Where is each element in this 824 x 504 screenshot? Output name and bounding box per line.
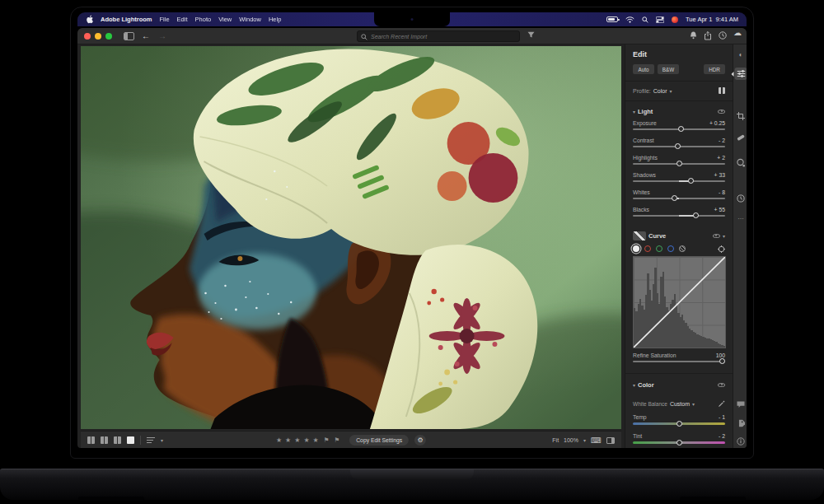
visibility-eye-icon[interactable] [718, 383, 725, 387]
keywords-tag-icon[interactable] [737, 419, 745, 427]
versions-clock-icon[interactable] [737, 194, 745, 203]
comments-icon[interactable] [737, 401, 745, 408]
wifi-icon[interactable] [625, 16, 634, 23]
menu-window[interactable]: Window [239, 16, 261, 23]
slider-thumb[interactable] [677, 440, 682, 446]
star-icon[interactable]: ★ [303, 437, 309, 444]
chevron-down-icon[interactable]: ▾ [692, 401, 695, 407]
more-options-icon[interactable]: … [737, 213, 744, 222]
info-icon[interactable] [737, 437, 745, 446]
notifications-bell-icon[interactable] [690, 31, 697, 40]
history-clock-icon[interactable] [719, 31, 727, 40]
browse-profiles-icon[interactable] [719, 87, 725, 94]
user-avatar[interactable] [672, 16, 678, 23]
presets-icon[interactable]: ◐ [739, 51, 743, 59]
copy-edit-settings-button[interactable]: Copy Edit Settings [349, 435, 409, 446]
slider-thumb[interactable] [675, 143, 681, 149]
star-icon[interactable]: ★ [313, 437, 319, 444]
chevron-down-icon[interactable]: ▾ [161, 437, 163, 443]
minimize-window-button[interactable] [95, 33, 101, 40]
slider-thumb[interactable] [688, 178, 694, 184]
menu-edit[interactable]: Edit [177, 16, 188, 23]
chevron-down-icon[interactable]: ▾ [583, 437, 586, 443]
detail-view-icon[interactable] [127, 436, 134, 444]
shadows-slider[interactable] [633, 180, 725, 182]
star-icon[interactable]: ★ [285, 437, 291, 444]
temp-slider[interactable] [633, 422, 725, 425]
zoom-fit-label[interactable]: Fit [552, 437, 559, 443]
slider-thumb[interactable] [677, 161, 682, 166]
star-icon[interactable]: ★ [294, 437, 300, 444]
menu-view[interactable]: View [218, 16, 232, 23]
slider-whites: Whites - 8 [633, 189, 725, 204]
square-grid-view-icon[interactable] [101, 436, 108, 444]
bw-button[interactable]: B&W [658, 64, 679, 74]
menu-photo[interactable]: Photo [195, 16, 212, 23]
slider-thumb[interactable] [678, 126, 684, 132]
channel-blue-dot[interactable] [667, 245, 674, 252]
zoom-window-button[interactable] [105, 33, 112, 40]
menu-file[interactable]: File [160, 16, 170, 23]
white-balance-value[interactable]: Custom [670, 401, 690, 407]
pick-flag-icon[interactable]: ⚑ [324, 436, 330, 444]
sidebar-toggle-icon[interactable] [124, 32, 134, 40]
apple-menu-icon[interactable] [86, 15, 93, 24]
edit-sliders-icon[interactable] [735, 68, 747, 80]
slider-thumb[interactable] [719, 358, 725, 364]
color-section-header[interactable]: ▾ Color [633, 380, 725, 389]
menu-bar: Adobe Lightroom File Edit Photo View Win… [77, 12, 747, 26]
tint-slider[interactable] [633, 441, 725, 444]
compare-view-icon[interactable] [114, 436, 121, 444]
masking-icon[interactable] [737, 158, 746, 167]
white-balance-row[interactable]: White Balance Custom ▾ [633, 399, 725, 408]
channel-green-dot[interactable] [656, 245, 662, 252]
forward-arrow-icon: → [158, 30, 166, 42]
grid-view-icon[interactable] [87, 436, 95, 444]
chevron-down-icon[interactable]: ▾ [723, 233, 725, 239]
active-app-name[interactable]: Adobe Lightroom [101, 16, 152, 23]
settings-gear-button[interactable]: ⚙ [414, 435, 426, 446]
targeted-adjustment-icon[interactable] [718, 245, 725, 253]
profile-value[interactable]: Color [653, 88, 667, 94]
tone-curve-chart[interactable] [633, 256, 726, 348]
close-window-button[interactable] [84, 33, 91, 40]
blacks-slider[interactable] [633, 215, 725, 217]
star-icon[interactable]: ★ [276, 437, 282, 444]
healing-icon[interactable] [737, 133, 746, 142]
visibility-eye-icon[interactable] [718, 110, 725, 114]
search-icon[interactable] [642, 16, 648, 23]
slider-thumb[interactable] [672, 195, 677, 201]
channel-parametric-dot[interactable] [679, 245, 686, 252]
back-arrow-icon[interactable]: ← [142, 30, 150, 42]
channel-red-dot[interactable] [644, 245, 651, 252]
channel-all-dot[interactable] [633, 245, 639, 252]
share-icon[interactable] [704, 31, 712, 40]
menu-bar-clock[interactable]: Tue Apr 1 9:41 AM [686, 16, 738, 23]
slider-thumb[interactable] [693, 212, 699, 218]
contrast-slider[interactable] [633, 146, 725, 147]
filter-icon[interactable] [527, 31, 535, 39]
profile-row[interactable]: Profile: Color ▾ [633, 86, 725, 96]
cloud-sync-icon[interactable]: ☁ [733, 29, 742, 37]
exposure-slider[interactable] [633, 128, 725, 130]
slider-thumb[interactable] [677, 421, 682, 427]
control-center-icon[interactable] [656, 16, 664, 23]
chevron-down-icon[interactable]: ▾ [670, 88, 672, 94]
crop-icon[interactable] [737, 112, 745, 120]
menu-help[interactable]: Help [269, 16, 281, 23]
auto-button[interactable]: Auto [633, 64, 654, 74]
reject-flag-icon[interactable]: ⚑ [334, 436, 339, 444]
panel-toggle-icon[interactable] [606, 437, 615, 444]
hdr-button[interactable]: HDR [704, 64, 725, 74]
light-section-header[interactable]: ▾ Light [633, 107, 725, 115]
zoom-level[interactable]: 100% [564, 437, 578, 443]
highlights-slider[interactable] [633, 163, 725, 165]
visibility-eye-icon[interactable] [713, 234, 720, 238]
whites-slider[interactable] [633, 198, 725, 199]
sort-icon[interactable] [147, 437, 155, 444]
keyboard-shortcuts-icon[interactable]: ⌨ [591, 436, 602, 445]
eyedropper-icon[interactable] [718, 400, 725, 408]
refine-saturation-slider[interactable] [633, 361, 725, 362]
search-input[interactable] [358, 31, 519, 41]
curve-section-header[interactable]: Curve ▾ [633, 231, 725, 240]
